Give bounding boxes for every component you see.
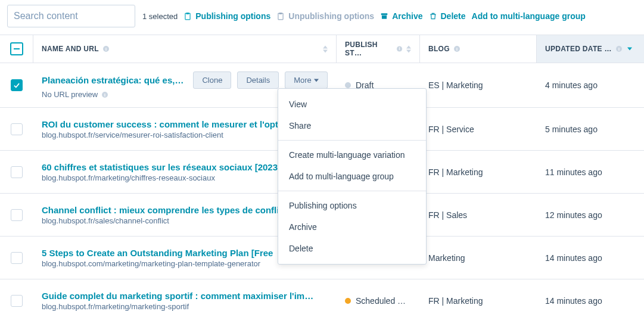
svg-text:i: i — [399, 46, 400, 51]
row-updated: 14 minutes ago — [537, 288, 644, 312]
archive-label: Archive — [392, 11, 422, 21]
row-updated: 14 minutes ago — [537, 245, 644, 271]
info-icon: i — [396, 45, 403, 52]
svg-rect-4 — [381, 13, 388, 15]
row-blog: Marketing — [420, 245, 537, 271]
delete-label: Delete — [441, 11, 466, 21]
chevron-down-icon — [627, 47, 632, 51]
sort-arrows[interactable] — [323, 45, 328, 53]
row-title[interactable]: ROI du customer success : comment le mes… — [42, 119, 278, 129]
more-button[interactable]: More — [285, 71, 328, 89]
header-blog[interactable]: BLOG i — [420, 35, 537, 63]
svg-text:i: i — [104, 92, 105, 97]
header-updated-label: UPDATED DATE … — [545, 45, 612, 53]
dropdown-archive[interactable]: Archive — [278, 216, 426, 238]
svg-marker-12 — [406, 45, 411, 48]
info-icon: i — [453, 45, 461, 52]
row-updated: 4 minutes ago — [537, 72, 644, 98]
select-all-checkbox[interactable] — [10, 42, 23, 55]
header-name[interactable]: NAME AND URL i — [33, 35, 337, 63]
row-checkbox[interactable] — [11, 123, 23, 135]
archive-icon — [380, 12, 388, 20]
row-title[interactable]: Channel conflict : mieux comprendre les … — [42, 205, 279, 215]
info-icon: i — [102, 45, 110, 52]
header-name-label: NAME AND URL — [42, 45, 99, 53]
details-button[interactable]: Details — [237, 71, 279, 89]
svg-text:i: i — [456, 47, 458, 51]
svg-marker-9 — [323, 49, 328, 52]
unpublishing-label: Unpublishing options — [288, 11, 374, 21]
svg-marker-19 — [314, 79, 319, 82]
clone-button[interactable]: Clone — [193, 71, 231, 89]
row-updated: 11 minutes ago — [537, 159, 644, 185]
row-title[interactable]: Planeación estratégica: qué es,… — [42, 75, 183, 85]
search-box[interactable] — [7, 5, 135, 27]
dropdown-publishing[interactable]: Publishing options — [278, 195, 426, 216]
row-blog: FR | Service — [420, 116, 537, 142]
table-row: Guide complet du marketing sportif : com… — [0, 279, 644, 311]
svg-text:i: i — [105, 47, 107, 51]
trash-icon — [429, 12, 437, 20]
header-updated[interactable]: UPDATED DATE … i — [537, 35, 644, 63]
row-blog: ES | Marketing — [420, 72, 537, 98]
dropdown-share[interactable]: Share — [278, 115, 426, 136]
dropdown-delete[interactable]: Delete — [278, 238, 426, 259]
dropdown-separator — [278, 140, 426, 141]
toolbar: 1 selected Publishing options Unpublishi… — [0, 0, 644, 35]
row-blog: FR | Marketing — [420, 288, 537, 312]
row-updated: 12 minutes ago — [537, 202, 644, 228]
row-title[interactable]: 60 chiffres et statistiques sur les rése… — [42, 162, 281, 172]
row-title[interactable]: 5 Steps to Create an Outstanding Marketi… — [42, 248, 273, 258]
add-multilang-group-action[interactable]: Add to multi-language group — [472, 11, 586, 21]
row-checkbox[interactable] — [11, 79, 23, 91]
row-checkbox[interactable] — [11, 295, 23, 307]
dropdown-view[interactable]: View — [278, 94, 426, 115]
archive-action[interactable]: Archive — [380, 11, 422, 21]
row-checkbox[interactable] — [11, 252, 23, 264]
chevron-down-icon — [314, 79, 319, 82]
status-dot — [345, 298, 351, 304]
add-group-label: Add to multi-language group — [472, 11, 586, 21]
unpublishing-options-action: Unpublishing options — [276, 11, 374, 21]
header-publish-label: PUBLISH ST… — [345, 41, 393, 57]
dropdown-add-group[interactable]: Add to multi-language group — [278, 166, 426, 187]
svg-marker-18 — [627, 48, 632, 51]
row-updated: 5 minutes ago — [537, 116, 644, 142]
publish-icon — [183, 12, 192, 20]
row-blog: FR | Sales — [420, 202, 537, 228]
more-dropdown: View Share Create multi-language variati… — [278, 88, 427, 265]
row-blog: FR | Marketing — [420, 159, 537, 185]
search-input[interactable] — [14, 11, 133, 21]
info-icon: i — [101, 91, 108, 98]
header-blog-label: BLOG — [428, 45, 450, 53]
svg-text:i: i — [618, 47, 620, 51]
row-url: blog.hubspot.fr/marketing/marketing-spor… — [42, 302, 328, 311]
header-publish-status[interactable]: PUBLISH ST… i — [337, 35, 420, 63]
dropdown-create-variation[interactable]: Create multi-language variation — [278, 144, 426, 166]
publishing-label: Publishing options — [195, 11, 270, 21]
row-title[interactable]: Guide complet du marketing sportif : com… — [42, 291, 313, 301]
delete-action[interactable]: Delete — [429, 11, 466, 21]
selected-count: 1 selected — [141, 12, 178, 21]
unpublish-icon — [276, 12, 285, 20]
row-checkbox[interactable] — [11, 209, 23, 221]
info-icon: i — [615, 45, 623, 52]
table-header: NAME AND URL i PUBLISH ST… i BLOG i UPDA… — [0, 35, 644, 63]
dropdown-separator — [278, 191, 426, 191]
svg-marker-13 — [406, 49, 411, 52]
publishing-options-action[interactable]: Publishing options — [183, 11, 270, 21]
svg-marker-8 — [323, 45, 328, 48]
svg-rect-5 — [382, 15, 387, 19]
row-checkbox[interactable] — [11, 166, 23, 178]
sort-arrows[interactable] — [406, 45, 411, 53]
status-dot — [345, 82, 351, 88]
status-text: Scheduled … — [356, 296, 406, 306]
header-checkbox-cell — [0, 35, 33, 63]
